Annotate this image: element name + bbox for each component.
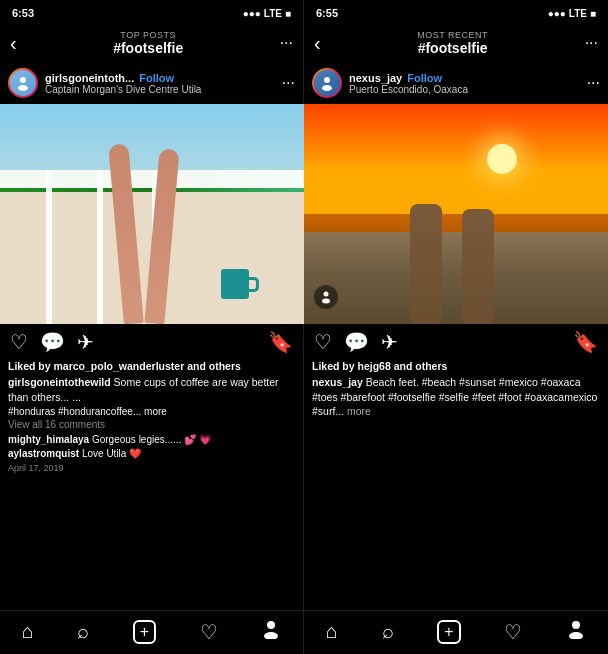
nav-heart-left[interactable]: ♡ — [200, 620, 218, 644]
nav-add-right[interactable]: + — [437, 620, 460, 644]
menu-dots-right[interactable]: ··· — [585, 34, 598, 52]
caption-right: nexus_jay Beach feet. #beach #sunset #me… — [312, 375, 600, 419]
post-caption-right: Liked by hejg68 and others nexus_jay Bea… — [304, 360, 608, 610]
post-header-info-right: nexus_jay Follow Puerto Escondido, Oaxac… — [349, 72, 580, 95]
nav-home-left[interactable]: ⌂ — [22, 620, 34, 643]
signal-right: ●●● — [548, 8, 566, 19]
avatar-left[interactable] — [8, 68, 38, 98]
bottom-nav-left: ⌂ ⌕ + ♡ — [0, 610, 303, 654]
post-actions-left: ♡ 💬 ✈ 🔖 — [0, 324, 303, 360]
lte-right: LTE — [569, 8, 587, 19]
svg-point-0 — [20, 77, 26, 83]
username-left[interactable]: girlsgoneintoth... — [45, 72, 134, 84]
post-menu-left[interactable]: ··· — [282, 74, 295, 92]
follow-button-left[interactable]: Follow — [139, 72, 174, 84]
hashtag-right: #footselfie — [418, 40, 488, 56]
post-menu-right[interactable]: ··· — [587, 74, 600, 92]
top-label-right: MOST RECENT — [417, 30, 488, 40]
share-icon-right[interactable]: ✈ — [381, 332, 398, 352]
battery-left: ■ — [285, 8, 291, 19]
svg-point-7 — [322, 299, 330, 304]
battery-right: ■ — [590, 8, 596, 19]
top-bar-right: ‹ MOST RECENT #footselfie ··· — [304, 24, 608, 62]
bookmark-icon-right[interactable]: 🔖 — [573, 330, 598, 354]
nav-profile-right[interactable] — [566, 619, 586, 644]
svg-point-5 — [322, 85, 332, 91]
comment-icon-left[interactable]: 💬 — [40, 332, 65, 352]
nav-profile-left[interactable] — [261, 619, 281, 644]
timestamp-left: April 17, 2019 — [8, 463, 295, 473]
post-header-info-left: girlsgoneintoth... Follow Captain Morgan… — [45, 72, 275, 95]
location-left: Captain Morgan's Dive Centre Utila — [45, 84, 275, 95]
status-bar-right: 6:55 ●●● LTE ■ — [304, 0, 608, 24]
signal-left: ●●● — [243, 8, 261, 19]
likes-right: Liked by hejg68 and others — [312, 360, 600, 372]
svg-point-4 — [324, 77, 330, 83]
top-label-left: TOP POSTS — [120, 30, 176, 40]
post-caption-left: Liked by marco_polo_wanderluster and oth… — [0, 360, 303, 610]
back-button-right[interactable]: ‹ — [314, 33, 321, 53]
caption-left: girlsgoneintothewild Some cups of coffee… — [8, 375, 295, 404]
bottom-nav-right: ⌂ ⌕ + ♡ — [304, 610, 608, 654]
sun — [487, 144, 517, 174]
bookmark-icon-left[interactable]: 🔖 — [268, 330, 293, 354]
hashtags-left: #honduras #hondurancoffee... more — [8, 406, 295, 417]
comment-icon-right[interactable]: 💬 — [344, 332, 369, 352]
user-tag-right[interactable] — [314, 285, 338, 309]
location-right: Puerto Escondido, Oaxaca — [349, 84, 580, 95]
status-bar-left: 6:53 ●●● LTE ■ — [0, 0, 303, 24]
post-header-right: nexus_jay Follow Puerto Escondido, Oaxac… — [304, 62, 608, 104]
nav-add-left[interactable]: + — [133, 620, 156, 644]
hashtag-header-left: TOP POSTS #footselfie — [113, 30, 183, 56]
avatar-right[interactable] — [312, 68, 342, 98]
likes-left: Liked by marco_polo_wanderluster and oth… — [8, 360, 295, 372]
nav-home-right[interactable]: ⌂ — [326, 620, 338, 643]
lte-left: LTE — [264, 8, 282, 19]
view-comments-left[interactable]: View all 16 comments — [8, 419, 295, 430]
post-header-left: girlsgoneintoth... Follow Captain Morgan… — [0, 62, 303, 104]
comment1-left: mighty_himalaya Gorgeous legies...... 💕 … — [8, 433, 295, 447]
back-button-left[interactable]: ‹ — [10, 33, 17, 53]
time-left: 6:53 — [12, 7, 34, 19]
svg-point-8 — [572, 621, 580, 629]
caption-username-left[interactable]: girlsgoneintothewild — [8, 376, 111, 388]
like-icon-left[interactable]: ♡ — [10, 332, 28, 352]
comment2-left: aylastromquist Love Utila ❤️ — [8, 447, 295, 461]
nav-heart-right[interactable]: ♡ — [504, 620, 522, 644]
post-actions-right: ♡ 💬 ✈ 🔖 — [304, 324, 608, 360]
time-right: 6:55 — [316, 7, 338, 19]
username-right[interactable]: nexus_jay — [349, 72, 402, 84]
share-icon-left[interactable]: ✈ — [77, 332, 94, 352]
post-image-left — [0, 104, 304, 324]
follow-button-right[interactable]: Follow — [407, 72, 442, 84]
hashtag-left: #footselfie — [113, 40, 183, 56]
svg-point-1 — [18, 85, 28, 91]
post-image-right — [304, 104, 608, 324]
like-icon-right[interactable]: ♡ — [314, 332, 332, 352]
top-bar-left: ‹ TOP POSTS #footselfie ··· — [0, 24, 303, 62]
svg-point-9 — [569, 632, 583, 639]
nav-search-right[interactable]: ⌕ — [382, 620, 394, 643]
svg-point-3 — [264, 632, 278, 639]
nav-search-left[interactable]: ⌕ — [77, 620, 89, 643]
caption-username-right[interactable]: nexus_jay — [312, 376, 363, 388]
svg-point-6 — [324, 292, 329, 297]
hashtag-header-right: MOST RECENT #footselfie — [417, 30, 488, 56]
svg-point-2 — [267, 621, 275, 629]
menu-dots-left[interactable]: ··· — [280, 34, 293, 52]
